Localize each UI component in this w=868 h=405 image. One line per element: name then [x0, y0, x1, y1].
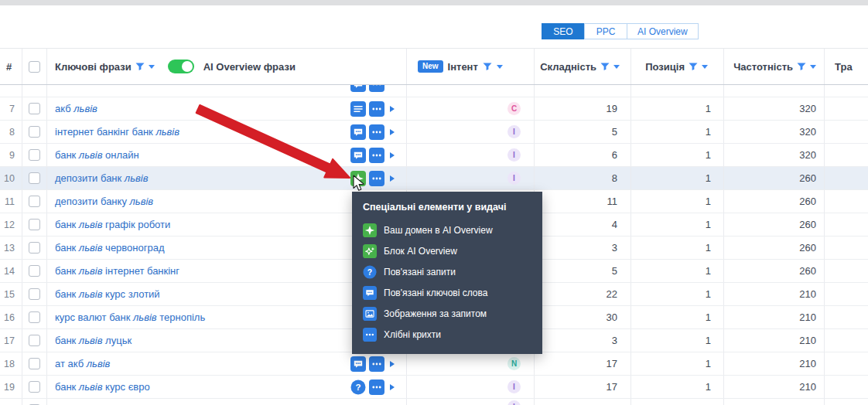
tooltip-item-label: Ваш домен в AI Overview [384, 225, 493, 236]
expand-icon[interactable] [390, 152, 395, 158]
breadcrumbs-icon[interactable] [369, 85, 384, 92]
keyword-link[interactable]: ат акб львів [55, 358, 110, 369]
keyword-link[interactable]: банк львів онлайн [55, 149, 139, 161]
table-row: 9 банк львів онлайн I 6 1 320 [0, 144, 868, 167]
row-checkbox[interactable] [29, 196, 40, 207]
row-checkbox[interactable] [29, 265, 40, 277]
intent-badge: N [507, 357, 521, 370]
row-number: 12 [0, 213, 22, 236]
related-questions-icon: ? [363, 265, 377, 279]
row-checkbox[interactable] [29, 358, 40, 369]
keyword-text: тернопіль [157, 311, 206, 323]
breadcrumbs-icon[interactable] [369, 148, 384, 163]
filter-icon[interactable] [135, 63, 145, 71]
keyword-text: депозити банк [55, 172, 125, 184]
chevron-down-icon[interactable] [702, 65, 708, 69]
keyword-link[interactable]: банк львів інтернет банкінг [55, 265, 179, 277]
select-all-checkbox[interactable] [29, 61, 40, 73]
related-keywords-icon[interactable] [350, 85, 366, 92]
table-row: 10 депозити банк львів I 8 1 260 [0, 167, 868, 190]
breadcrumbs-icon[interactable] [369, 101, 384, 117]
keyword-link[interactable]: банк львів курс злотий [55, 288, 160, 300]
difficulty-value: 3 [534, 329, 630, 352]
expand-icon[interactable] [390, 175, 395, 182]
traffic-value [824, 144, 868, 166]
keyword-link[interactable]: депозити банку львів [55, 196, 153, 207]
keyword-link[interactable]: банк львів курс євро [55, 381, 150, 393]
breadcrumbs-icon[interactable] [369, 171, 384, 186]
intent-badge: I [507, 380, 521, 393]
keyword-link[interactable]: курс валют банк львів тернопіль [55, 311, 205, 323]
image-icon [363, 307, 377, 321]
filter-icon[interactable] [797, 63, 806, 71]
traffic-value [824, 121, 868, 143]
expand-icon[interactable] [390, 361, 395, 367]
ai-domain-icon[interactable] [350, 171, 366, 186]
serp-features [350, 171, 395, 186]
list-icon[interactable] [350, 101, 366, 117]
tooltip-item-label: Зображення за запитом [384, 308, 487, 319]
row-number: 19 [0, 376, 22, 398]
filter-icon[interactable] [483, 63, 492, 71]
tab-seo[interactable]: SEO [542, 23, 585, 39]
keyword-text: банк [55, 149, 79, 161]
filter-icon[interactable] [600, 63, 610, 71]
keyword-link[interactable]: банк львів графік роботи [55, 219, 170, 230]
keyword-link[interactable]: банк львів червоноград [55, 242, 165, 254]
keyword-link[interactable]: акб львів [55, 103, 97, 114]
tab-ai-overview[interactable]: AI Overview [627, 23, 699, 39]
volume-value [723, 399, 824, 405]
expand-icon[interactable] [390, 384, 395, 390]
intent-badge: I [507, 125, 521, 138]
breadcrumbs-icon[interactable] [369, 379, 384, 395]
position-value: 1 [630, 97, 723, 120]
keyword-text: інтернет банкінг [103, 265, 180, 277]
keyword-link[interactable]: депозити банк львів [55, 172, 149, 184]
breadcrumbs-icon[interactable] [369, 356, 384, 372]
serp-features [350, 148, 395, 163]
keyword-link[interactable]: банк львів луцьк [55, 335, 132, 346]
column-keywords-header: Ключові фрази AI Overview фрази [46, 49, 406, 84]
filter-icon[interactable] [689, 63, 698, 71]
related-keywords-icon[interactable] [350, 148, 366, 163]
tooltip-item: Хлібні крихти [363, 324, 531, 345]
tooltip-item-label: Пов'язані ключові слова [384, 288, 487, 298]
intent-cell: N [406, 352, 534, 375]
row-checkbox[interactable] [29, 126, 40, 138]
row-checkbox[interactable] [29, 149, 40, 161]
volume-value: 260 [723, 167, 824, 189]
serp-features [350, 124, 395, 140]
row-checkbox[interactable] [29, 219, 40, 230]
row-checkbox[interactable] [29, 311, 40, 323]
row-checkbox[interactable] [29, 103, 40, 114]
expand-icon[interactable] [390, 106, 395, 112]
chevron-down-icon[interactable] [613, 65, 620, 69]
breadcrumbs-icon[interactable] [369, 124, 384, 140]
chevron-down-icon[interactable] [810, 65, 816, 69]
chevron-down-icon[interactable] [149, 65, 155, 69]
ai-overview-toggle[interactable] [168, 60, 194, 73]
row-checkbox[interactable] [29, 172, 40, 184]
keyword-link[interactable]: інтернет банкінг банк львів [55, 126, 179, 138]
table-row: 18 ат акб львів N 17 1 210 [0, 352, 868, 376]
related-keywords-icon[interactable] [350, 356, 366, 372]
volume-value: 260 [723, 213, 824, 236]
tab-ppc[interactable]: PPC [584, 23, 627, 39]
row-number: 9 [0, 144, 22, 166]
position-value [630, 399, 723, 405]
expand-icon[interactable] [390, 129, 395, 135]
row-checkbox[interactable] [29, 242, 40, 254]
volume-value: 320 [723, 144, 824, 166]
chevron-down-icon[interactable] [497, 65, 503, 69]
related-keywords-icon[interactable] [350, 124, 366, 140]
row-checkbox[interactable] [29, 335, 40, 346]
row-number: 13 [0, 237, 22, 259]
row-number: 16 [0, 306, 22, 328]
row-checkbox[interactable] [29, 381, 40, 393]
related-questions-icon[interactable]: ? [350, 379, 366, 395]
difficulty-value: 5 [534, 121, 630, 143]
row-checkbox[interactable] [29, 288, 40, 300]
serp-features [350, 85, 384, 92]
position-value: 1 [630, 213, 723, 236]
position-value: 1 [630, 167, 723, 189]
